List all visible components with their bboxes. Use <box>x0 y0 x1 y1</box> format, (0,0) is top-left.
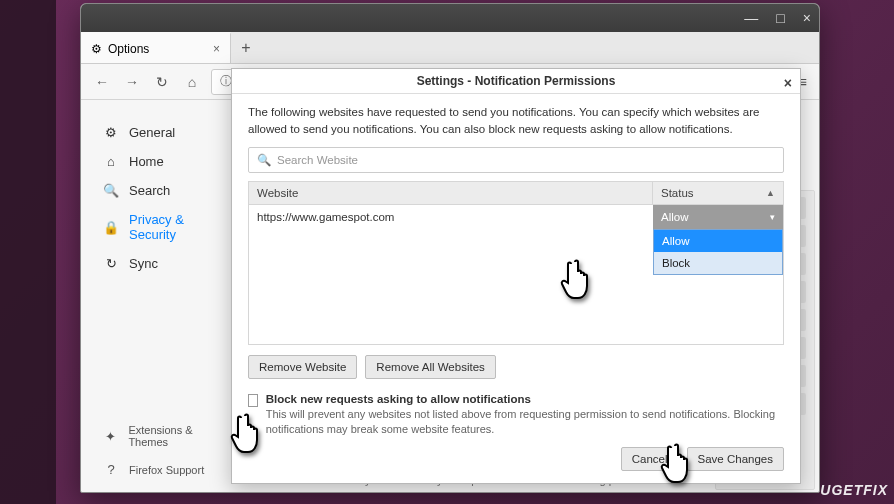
block-new-requests-description: This will prevent any websites not liste… <box>266 407 784 437</box>
puzzle-icon: ✦ <box>103 429 118 444</box>
block-new-requests-label: Block new requests asking to allow notif… <box>266 393 784 405</box>
tab-close-button[interactable]: × <box>213 42 220 56</box>
sidebar-item-label: Firefox Support <box>129 464 204 476</box>
new-tab-button[interactable]: + <box>231 32 261 63</box>
status-value: Allow <box>661 211 688 223</box>
back-button[interactable]: ← <box>91 71 113 93</box>
dialog-description: The following websites have requested to… <box>248 104 784 137</box>
watermark: UGETFIX <box>820 482 888 498</box>
save-changes-button[interactable]: Save Changes <box>687 447 784 471</box>
dialog-layer: Settings - Notification Permissions × Th… <box>231 68 801 486</box>
window-maximize-button[interactable]: □ <box>776 10 784 26</box>
sidebar-item-label: Privacy & Security <box>129 212 231 242</box>
sidebar-item-label: General <box>129 125 175 140</box>
dialog-close-button[interactable]: × <box>784 75 792 91</box>
reload-button[interactable]: ↻ <box>151 71 173 93</box>
remove-buttons-row: Remove Website Remove All Websites <box>248 355 784 379</box>
remove-website-button[interactable]: Remove Website <box>248 355 357 379</box>
sync-icon: ↻ <box>103 256 119 271</box>
th-website[interactable]: Website <box>249 182 653 204</box>
dialog-title: Settings - Notification Permissions × <box>232 69 800 94</box>
dialog-footer: Cancel Save Changes <box>232 447 800 483</box>
sidebar-item-label: Home <box>129 154 164 169</box>
option-block[interactable]: Block <box>654 252 782 274</box>
search-icon: 🔍 <box>103 183 119 198</box>
option-allow[interactable]: Allow <box>654 230 782 252</box>
cell-website: https://www.gamespot.com <box>249 206 653 228</box>
tab-title: Options <box>108 42 149 56</box>
firefox-window: — □ × ⚙ Options × + ← → ↻ ⌂ ⓘ Firefox <box>80 3 820 493</box>
help-icon: ? <box>103 462 119 477</box>
cancel-button[interactable]: Cancel <box>621 447 679 471</box>
window-titlebar: — □ × <box>81 4 819 32</box>
th-status[interactable]: Status ▲ <box>653 182 783 204</box>
th-status-label: Status <box>661 187 694 199</box>
home-icon: ⌂ <box>103 154 119 169</box>
sidebar-item-extensions[interactable]: ✦ Extensions & Themes <box>103 417 231 455</box>
sidebar-item-privacy[interactable]: 🔒 Privacy & Security <box>103 205 231 249</box>
dialog-body: The following websites have requested to… <box>232 94 800 447</box>
gear-icon: ⚙ <box>91 42 102 56</box>
sort-icon: ▲ <box>766 188 775 198</box>
tab-strip: ⚙ Options × + <box>81 32 819 64</box>
dialog-title-text: Settings - Notification Permissions <box>417 74 616 88</box>
sidebar-item-label: Search <box>129 183 170 198</box>
desktop-background: — □ × ⚙ Options × + ← → ↻ ⌂ ⓘ Firefox <box>0 0 894 504</box>
block-new-requests-row: Block new requests asking to allow notif… <box>248 393 784 437</box>
sidebar-item-home[interactable]: ⌂ Home <box>103 147 231 176</box>
search-website-input[interactable]: 🔍 Search Website <box>248 147 784 173</box>
permissions-table-body: https://www.gamespot.com Allow ▾ Allow B… <box>248 205 784 345</box>
sidebar-item-search[interactable]: 🔍 Search <box>103 176 231 205</box>
notification-permissions-dialog: Settings - Notification Permissions × Th… <box>231 68 801 484</box>
preferences-sidebar: ⚙ General ⌂ Home 🔍 Search 🔒 Privacy & Se… <box>81 100 231 492</box>
sidebar-item-label: Extensions & Themes <box>128 424 231 448</box>
gear-icon: ⚙ <box>103 125 119 140</box>
lock-icon: 🔒 <box>103 220 119 235</box>
window-minimize-button[interactable]: — <box>744 10 758 26</box>
remove-all-websites-button[interactable]: Remove All Websites <box>365 355 495 379</box>
tab-options[interactable]: ⚙ Options × <box>81 32 231 63</box>
block-new-requests-checkbox[interactable] <box>248 394 258 407</box>
search-placeholder: Search Website <box>277 154 358 166</box>
sidebar-item-label: Sync <box>129 256 158 271</box>
ubuntu-launcher <box>0 0 56 504</box>
permissions-table-header: Website Status ▲ <box>248 181 784 205</box>
table-row[interactable]: https://www.gamespot.com Allow ▾ Allow B… <box>249 205 783 229</box>
chevron-down-icon: ▾ <box>770 212 775 222</box>
sidebar-item-sync[interactable]: ↻ Sync <box>103 249 231 278</box>
cell-status: Allow ▾ Allow Block <box>653 205 783 229</box>
status-dropdown[interactable]: Allow ▾ Allow Block <box>653 205 783 229</box>
sidebar-item-general[interactable]: ⚙ General <box>103 118 231 147</box>
status-dropdown-menu: Allow Block <box>653 229 783 275</box>
sidebar-item-support[interactable]: ? Firefox Support <box>103 455 231 484</box>
search-icon: 🔍 <box>257 153 271 167</box>
home-button[interactable]: ⌂ <box>181 71 203 93</box>
forward-button[interactable]: → <box>121 71 143 93</box>
window-close-button[interactable]: × <box>803 10 811 26</box>
